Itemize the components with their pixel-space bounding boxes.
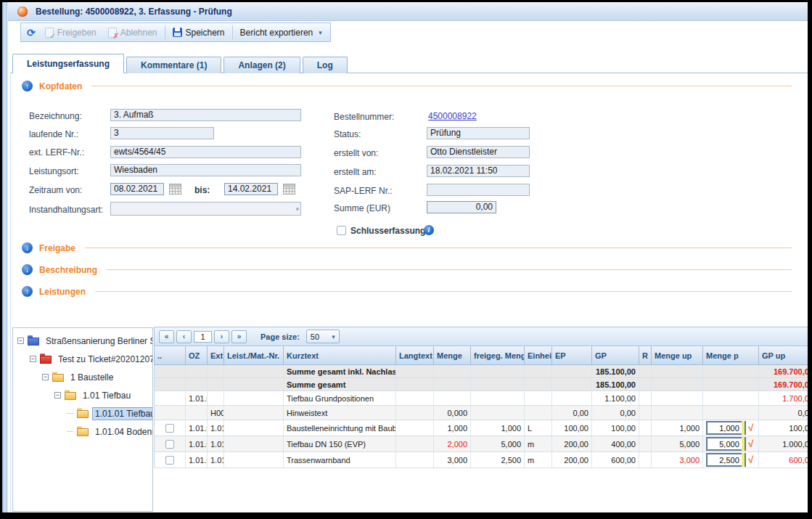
tree-item-label: Straßensanierung Berliner Str [43,335,153,348]
cell-leistnr [224,378,284,391]
refresh-icon: ⟳ [27,28,36,38]
bericht-exportieren-button[interactable]: Bericht exportieren ▾ [234,25,328,40]
menge-p-input[interactable]: 2,500 [706,453,746,467]
collapse-section-icon[interactable]: ↑ [22,81,33,91]
info-icon[interactable]: i [424,225,434,235]
tree-expander-icon[interactable]: − [17,338,24,344]
aufmass-formula-icon[interactable]: √ [747,438,755,449]
column-header-menge_up[interactable]: Menge up [652,346,703,364]
tab-log[interactable]: Log [303,57,348,73]
freigeben-button[interactable]: ✓ Freigeben [39,25,102,40]
cell-check [155,365,186,377]
cell-check [155,391,186,405]
cell-r [639,436,652,451]
cell-menge_p: 5,000√ [703,436,759,451]
collapse-section-icon[interactable]: ↑ [22,286,33,297]
erstellt-am-field: 18.02.2021 11:50 [427,165,530,177]
column-header-menge[interactable]: Menge [434,346,471,364]
bezeichnung-field[interactable]: 3. Aufmaß [110,109,301,121]
toolbar-separator [165,25,165,39]
menge-p-input[interactable]: 5,000 [706,437,746,451]
column-header-freigeg[interactable]: freigeg. Menge [471,346,525,364]
ext-lerf-field[interactable]: ewts/4564/45 [110,146,301,158]
expand-section-icon[interactable]: ↓ [22,264,33,275]
cell-freigeg: 2,500 [471,452,525,467]
column-header-langtext[interactable]: Langtext [396,346,434,364]
column-header-kurztext[interactable]: Kurztext [284,346,396,364]
column-header-r[interactable]: R [639,346,652,364]
expand-section-icon[interactable]: ↓ [22,242,33,253]
freigeben-label: Freigeben [57,28,97,38]
cell-einheit [525,365,552,377]
cell-langtext [396,378,434,391]
refresh-button[interactable]: ⟳ [23,25,39,40]
tab-anlagen[interactable]: Anlagen (2) [223,57,300,73]
cell-oz [186,378,208,391]
tree-expander-icon[interactable]: − [42,374,49,380]
tree-expander-icon[interactable]: − [30,356,36,362]
chevron-down-icon: ▾ [295,205,299,213]
leistungsort-field[interactable]: Wiesbaden [110,164,301,176]
schlusserfassung-checkbox[interactable] [337,226,346,235]
zeitraum-von-label: Zeitraum von: [29,185,82,195]
section-rule [95,291,792,292]
instandhaltungsart-select[interactable]: ▾ [110,202,301,216]
cell-einheit: m [525,436,552,451]
cell-freigeg: 1,000 [471,420,525,436]
summe-label: Summe (EUR) [334,203,390,213]
ablehnen-label: Ablehnen [120,28,157,38]
cell-check [155,452,186,467]
tree-item[interactable]: 1.01.04 Bodenm [13,422,152,441]
column-header-gp_up[interactable]: GP up [759,346,808,364]
tree-expander-icon[interactable]: − [54,392,61,399]
menge-p-cell: 5,000√ [706,437,755,451]
cell-einheit: L [525,420,552,436]
aufmass-formula-icon[interactable]: √ [747,422,755,433]
cell-menge_p: 2,500√ [703,452,759,467]
tree-item[interactable]: 1.01.01 Tiefbau [13,404,152,422]
tree-item[interactable]: −1.01 Tiefbau [13,386,152,404]
edited-marker [742,453,745,467]
ablehnen-button[interactable]: ✗ Ablehnen [102,25,163,40]
tree-item-label: 1 Baustelle [67,371,116,384]
tab-kommentare[interactable]: Kommentare (1) [126,57,221,73]
next-page-button[interactable]: › [214,330,229,343]
column-header-oz[interactable]: OZ [186,346,208,364]
page-number-input[interactable]: 1 [194,331,212,343]
aufmass-formula-icon[interactable]: √ [747,454,755,465]
erstellt-am-label: erstellt am: [334,167,377,177]
last-page-button[interactable]: » [231,330,247,343]
section-title: Freigabe [39,243,75,253]
zeitraum-bis-field[interactable]: 14.02.2021 [224,183,278,195]
tree-item[interactable]: −Test zu Ticket#202012076 [13,350,152,368]
column-header-gp[interactable]: GP [592,346,639,364]
tree-item[interactable]: −Straßensanierung Berliner Str [13,332,152,350]
cell-gp: 100,00 [592,420,639,436]
row-checkbox[interactable] [165,440,174,449]
laufende-nr-field[interactable]: 3 [110,127,214,139]
cell-r [639,406,652,420]
column-header-leistnr[interactable]: Leist./Mat.-Nr. [224,346,284,364]
tree-item[interactable]: −1 Baustelle [13,368,152,386]
page-size-select[interactable]: 50 ▾ [306,330,340,343]
tab-leistungserfassung[interactable]: Leistungserfassung [12,54,124,73]
page-size-value: 50 [311,332,319,341]
row-checkbox[interactable] [165,424,174,433]
menge-p-input[interactable]: 1,000 [706,421,746,435]
section-title: Leistungen [39,287,86,297]
row-checkbox[interactable] [165,456,174,465]
speichern-button[interactable]: Speichern [167,25,231,40]
calendar-icon[interactable] [283,184,295,195]
zeitraum-von-field[interactable]: 08.02.2021 [110,183,164,195]
column-header-check[interactable]: .. [155,346,186,364]
column-header-ep[interactable]: EP [552,346,592,364]
column-header-einheit[interactable]: Einheit [525,346,552,364]
menge-p-cell: 1,000√ [706,421,755,435]
calendar-icon[interactable] [169,184,181,195]
previous-page-button[interactable]: ‹ [176,330,192,343]
cell-langtext [396,406,434,420]
column-header-menge_p[interactable]: Menge p [703,346,759,364]
bestellnummer-link[interactable]: 4500008922 [428,111,477,121]
column-header-ext[interactable]: Ext [208,346,224,364]
first-page-button[interactable]: « [159,330,174,343]
